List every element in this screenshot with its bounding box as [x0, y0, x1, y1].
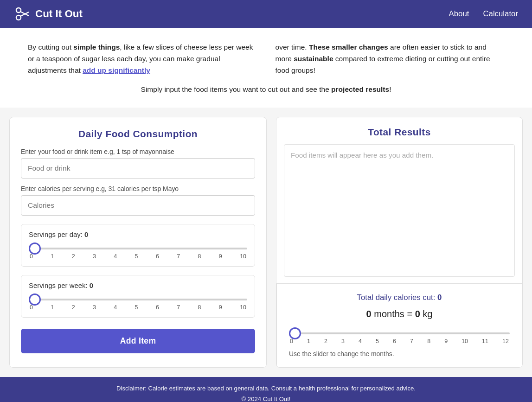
food-items-placeholder: Food items will appear here as you add t… — [291, 151, 433, 159]
intro-sustainable: sustainable — [294, 55, 333, 63]
add-item-button[interactable]: Add Item — [21, 329, 255, 353]
app-title: Cut It Out — [35, 8, 83, 20]
nav-logo: Cut It Out — [14, 6, 83, 22]
intro-simple-things: simple things — [73, 43, 120, 51]
food-label: Enter your food or drink item e.g, 1 tsp… — [21, 148, 255, 155]
tagline-text2: ! — [389, 85, 391, 93]
right-panel: Total Results Food items will appear her… — [276, 117, 523, 368]
main-content: Daily Food Consumption Enter your food o… — [0, 108, 532, 377]
intro-tagline: Simply input the food items you want to … — [28, 85, 504, 98]
nav-calculator[interactable]: Calculator — [483, 9, 518, 19]
months-slider[interactable] — [289, 332, 510, 334]
intro-link[interactable]: add up significantly — [83, 66, 150, 74]
navbar: Cut It Out About Calculator — [0, 0, 532, 28]
slider-hint: Use the slider to change the months. — [289, 350, 510, 357]
calories-label: Enter calories per serving e.g, 31 calor… — [21, 185, 255, 192]
intro-left: By cutting out simple things, like a few… — [28, 42, 257, 76]
results-summary: Total daily calories cut: 0 0 months = 0… — [276, 283, 522, 367]
calories-input[interactable] — [21, 195, 255, 216]
intro-smaller-changes: These smaller changes — [309, 43, 388, 51]
svg-point-1 — [16, 15, 21, 20]
servings-day-section: Servings per day: 0 012345678910 — [21, 224, 255, 267]
footer-disclaimer: Disclaimer: Calorie estimates are based … — [5, 383, 527, 394]
calories-cut-line: Total daily calories cut: 0 — [286, 293, 513, 302]
logo-icon — [14, 6, 31, 22]
servings-day-val: 0 — [84, 231, 88, 238]
nav-links: About Calculator — [449, 9, 518, 19]
tagline-bold: projected results — [331, 85, 389, 93]
servings-day-label: Servings per day: 0 — [29, 231, 247, 238]
months-kg-line: 0 months = 0 kg — [286, 309, 513, 319]
servings-week-slider[interactable] — [29, 299, 247, 300]
food-items-area: Food items will appear here as you add t… — [284, 144, 515, 277]
months-slider-section: 0123456789101112 Use the slider to chang… — [286, 328, 513, 357]
left-panel: Daily Food Consumption Enter your food o… — [9, 117, 267, 368]
intro-section: By cutting out simple things, like a few… — [0, 28, 532, 108]
footer-copyright: © 2024 Cut It Out! — [5, 394, 527, 402]
svg-point-0 — [16, 8, 21, 13]
nav-about[interactable]: About — [449, 9, 469, 19]
intro-left-text1: By cutting out — [28, 43, 73, 51]
food-input[interactable] — [21, 158, 255, 179]
servings-day-slider[interactable] — [29, 248, 247, 249]
servings-week-section: Servings per week: 0 012345678910 — [21, 275, 255, 318]
servings-week-label: Servings per week: 0 — [29, 282, 247, 289]
left-panel-title: Daily Food Consumption — [21, 128, 255, 140]
tagline-text1: Simply input the food items you want to … — [141, 85, 332, 93]
intro-right: over time. These smaller changes are oft… — [276, 42, 505, 76]
results-title: Total Results — [276, 117, 522, 144]
servings-week-val: 0 — [90, 282, 93, 289]
footer: Disclaimer: Calorie estimates are based … — [0, 377, 532, 402]
intro-right-text1: over time. — [276, 43, 309, 51]
